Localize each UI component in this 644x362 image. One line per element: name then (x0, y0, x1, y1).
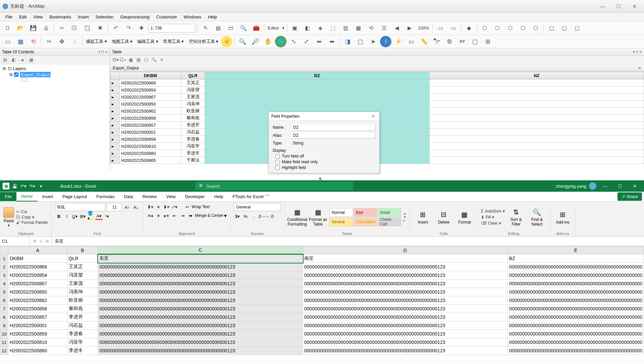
menu-insert[interactable]: Insert (74, 13, 92, 20)
decrease-indent-icon[interactable]: ⇤ (171, 212, 178, 219)
tab-formulas[interactable]: Formulas (92, 192, 119, 201)
minimize-button[interactable]: — (596, 2, 609, 10)
align-center-icon[interactable]: ≡ (155, 212, 162, 219)
spreadsheet-grid[interactable]: ABCDE1DKBMQLR东至南至BZ2H2002022500866王其正000… (0, 246, 644, 361)
style-neutral[interactable]: Neutral (329, 218, 353, 226)
list-by-source-icon[interactable]: ◧ (10, 56, 17, 64)
align-right-icon[interactable]: ▸≡ (163, 212, 170, 219)
alias-field[interactable] (291, 132, 375, 139)
toolbox-dropdown[interactable]: 常用工具 ▾ (162, 38, 185, 45)
reshape-icon[interactable]: ◈ (315, 22, 326, 34)
topo-2-icon[interactable]: ⬡ (492, 22, 503, 34)
style-calculation[interactable]: Calculation (354, 218, 377, 226)
table-tab[interactable]: Export_Output (113, 66, 139, 70)
layer-symbol-swatch[interactable] (21, 78, 28, 82)
highlight-field-checkbox[interactable] (275, 166, 280, 170)
editor-toggle-icon[interactable]: ✎ (200, 22, 211, 34)
zoom-out-icon[interactable]: 🔎 (250, 36, 261, 47)
switch-sel-icon[interactable]: ▨ (135, 57, 142, 62)
menu-windows[interactable]: Windows (180, 13, 205, 20)
cancel-formula-icon[interactable]: ✕ (33, 239, 37, 244)
tree-layer-export-output[interactable]: ⊟Export_Output (2, 71, 108, 78)
full-extent-icon[interactable]: 🌐 (275, 36, 286, 47)
clear-sel-icon[interactable]: ▢ (355, 36, 366, 47)
styles-more-icon[interactable]: ≡ (403, 219, 407, 223)
format-cells-button[interactable]: ▦Format (455, 210, 474, 225)
read-only-checkbox[interactable] (275, 160, 280, 164)
menu-edit[interactable]: Edit (16, 13, 30, 20)
fx-icon[interactable]: fx (46, 239, 49, 244)
select-by-attr-icon[interactable]: ▦ (127, 57, 134, 62)
wrap-text-button[interactable]: ↩ (183, 203, 191, 210)
close-button[interactable]: ✕ (628, 2, 641, 10)
sort-filter-button[interactable]: ⇅Sort & Filter (507, 207, 526, 226)
share-button[interactable]: ↗ Share (618, 192, 642, 201)
tool-cut2-icon[interactable]: ✂ (43, 36, 55, 47)
topo-5-icon[interactable]: ⬡ (530, 22, 541, 34)
related-tables-icon[interactable]: ⿻▾ (120, 57, 126, 62)
format-painter-button[interactable]: 🖌Format Painter (16, 220, 48, 225)
toolbox-icon[interactable]: 🧰 (251, 22, 262, 34)
tool-grid-icon[interactable]: ▦ (15, 36, 26, 47)
cut-button[interactable]: ✂Cut (16, 209, 48, 215)
percent-format-icon[interactable]: % (242, 213, 249, 220)
editor-dropdown[interactable]: Editor (266, 25, 280, 31)
print-icon[interactable]: 🖨 (40, 22, 52, 34)
tab-review[interactable]: Review (138, 192, 162, 201)
table-pin-icon[interactable]: ▾ ⊓ ✕ (633, 50, 642, 54)
fill-color-button[interactable]: 🪣▾ (87, 213, 95, 220)
measure-icon[interactable]: 📏 (418, 36, 430, 47)
italic-button[interactable]: I (63, 213, 70, 220)
tab-data[interactable]: Data (119, 192, 138, 201)
table-tab-close-icon[interactable]: ✕ (638, 66, 641, 70)
menu-bookmarks[interactable]: Bookmarks (46, 13, 74, 20)
tab-ftools-for-excel-˅˅[interactable]: FTools for Excel ˅˅ (228, 192, 274, 201)
undo-icon[interactable]: ↶ (110, 22, 121, 34)
toc-toggle-icon[interactable]: ▤ (212, 22, 224, 34)
search-window-icon[interactable]: 🔍 (238, 22, 249, 34)
fwd-extent-icon[interactable]: ➡ (326, 36, 337, 47)
excel-minimize-button[interactable]: — (599, 184, 611, 189)
qat-redo-icon[interactable]: ↷▾ (29, 183, 36, 189)
catalog-icon[interactable]: 🗃 (225, 22, 236, 34)
list-by-drawing-icon[interactable]: ▤ (1, 56, 9, 64)
menu-customize[interactable]: Customize (153, 13, 180, 20)
tree-layers-root[interactable]: ⊟🗀Layers (2, 66, 108, 71)
increase-indent-icon[interactable]: ⇥ (179, 212, 186, 219)
delete-cells-button[interactable]: ⊟Delete (434, 210, 453, 225)
zoom-in-icon[interactable]: 🔍 (237, 36, 248, 47)
enter-formula-icon[interactable]: ✓ (39, 239, 43, 244)
styles-scroll-up-icon[interactable]: ▲ (403, 212, 407, 215)
table-options-icon[interactable]: ☰▾ (112, 57, 119, 62)
goto-xy-icon[interactable]: XY (457, 36, 468, 47)
identify-icon[interactable]: i (380, 36, 391, 47)
cut-icon[interactable]: ✂ (56, 22, 67, 34)
emoji-icon[interactable]: ☺ (221, 36, 232, 47)
menu-geoprocessing[interactable]: Geoprocessing (117, 13, 153, 20)
conditional-formatting-button[interactable]: ▦Conditional Formatting (288, 207, 307, 226)
insert-cells-button[interactable]: ⊞Insert (414, 210, 432, 225)
layout-2-icon[interactable]: ▢ (558, 22, 570, 34)
tab-help[interactable]: Help (210, 192, 228, 201)
tab-page-layout[interactable]: Page Layout (58, 192, 92, 201)
menu-file[interactable]: File (2, 13, 16, 20)
topo-1-icon[interactable]: ⬡ (479, 22, 490, 34)
addins-button[interactable]: ⊞Add-ins (553, 210, 572, 225)
formula-input[interactable]: 东至 (52, 238, 644, 244)
name-field[interactable] (291, 124, 375, 131)
redo-icon[interactable]: ↷ (123, 22, 134, 34)
qat-customize-icon[interactable]: ▾ (38, 183, 44, 189)
border-button[interactable]: ⊞▾ (79, 213, 87, 220)
cut-poly-icon[interactable]: ⬚ (327, 22, 339, 34)
open-icon[interactable]: 📂 (15, 22, 26, 34)
layout-1-icon[interactable]: ▢ (546, 22, 557, 34)
style-check-cell[interactable]: Check Cell (378, 218, 401, 226)
scale-input[interactable]: 1: 736 (148, 24, 195, 33)
styles-scroll-down-icon[interactable]: ▼ (403, 215, 407, 219)
zoom-to-out-icon[interactable]: ⤢ (301, 36, 312, 47)
name-box[interactable]: C1 (0, 237, 30, 246)
pan-icon[interactable]: ✋ (262, 36, 274, 47)
bottom-align-icon[interactable]: ⬇≡ (163, 203, 170, 210)
style-good[interactable]: Good (378, 208, 401, 217)
layout-3-icon[interactable]: ▢ (571, 22, 583, 34)
